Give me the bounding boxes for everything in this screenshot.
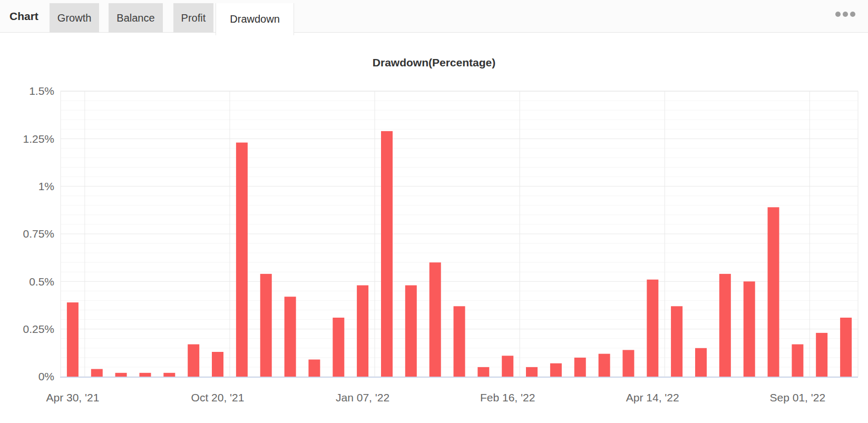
chart-section-label: Chart [9,10,38,23]
tab-drawdown[interactable]: Drawdown [216,3,294,35]
chart-tab-bar: Chart Growth Balance Profit Drawdown [0,0,868,33]
ellipsis-dot [835,12,841,17]
tab-balance[interactable]: Balance [109,3,162,33]
drawdown-bar[interactable] [719,274,731,377]
y-axis-tick-label: 1.5% [29,85,54,97]
tab-growth[interactable]: Growth [50,3,99,33]
x-axis-tick-label: Oct 20, '21 [191,391,245,404]
tab-profit[interactable]: Profit [173,3,214,33]
drawdown-bar[interactable] [140,373,151,377]
drawdown-bar[interactable] [502,356,513,377]
drawdown-bar[interactable] [308,360,320,377]
drawdown-bar[interactable] [381,131,393,377]
drawdown-bar[interactable] [67,302,79,377]
y-axis-tick-label: 1% [38,180,54,192]
drawdown-bar[interactable] [163,373,175,377]
chart-title: Drawdown(Percentage) [0,56,868,69]
y-axis-tick-label: 0% [38,370,54,382]
drawdown-bar[interactable] [768,207,779,377]
drawdown-bar[interactable] [285,297,296,377]
drawdown-bar-chart: 0%0.25%0.5%0.75%1%1.25%1.5%Apr 30, '21Oc… [0,33,868,423]
drawdown-bar[interactable] [430,262,441,377]
drawdown-bar[interactable] [115,373,127,377]
ellipsis-dot [850,12,855,17]
y-axis-tick-label: 0.5% [29,276,54,288]
drawdown-bar[interactable] [91,369,103,377]
drawdown-bar[interactable] [260,274,272,377]
y-axis-tick-label: 0.25% [23,323,54,335]
drawdown-bar[interactable] [236,143,248,377]
y-axis-tick-label: 0.75% [23,228,54,240]
x-axis-tick-label: Apr 14, '22 [626,391,679,404]
x-axis-tick-label: Feb 16, '22 [480,391,535,404]
drawdown-bar[interactable] [550,363,562,377]
drawdown-bar[interactable] [792,345,803,377]
drawdown-bar[interactable] [212,352,223,377]
ellipsis-dot [843,12,848,17]
drawdown-bar[interactable] [744,281,755,377]
y-axis-tick-label: 1.25% [23,133,54,145]
x-axis-tick-label: Apr 30, '21 [46,391,99,404]
drawdown-bar[interactable] [671,306,682,377]
drawdown-bar[interactable] [695,348,707,377]
x-axis-tick-label: Jan 07, '22 [336,391,389,404]
drawdown-bar[interactable] [599,354,610,377]
drawdown-bar[interactable] [574,358,586,377]
drawdown-bar[interactable] [840,318,852,377]
drawdown-bar[interactable] [188,345,199,377]
ellipsis-icon[interactable] [835,12,855,17]
drawdown-bar[interactable] [477,367,489,377]
drawdown-bar[interactable] [333,318,344,377]
drawdown-chart-window: Chart Growth Balance Profit Drawdown Dra… [0,0,868,423]
x-axis-tick-label: Sep 01, '22 [770,391,826,404]
drawdown-bar[interactable] [622,350,634,377]
drawdown-bar[interactable] [405,286,417,377]
drawdown-bar[interactable] [454,306,465,377]
drawdown-bar[interactable] [816,333,827,377]
drawdown-bar[interactable] [647,280,658,377]
drawdown-bar[interactable] [526,367,538,377]
drawdown-bar[interactable] [357,286,368,377]
